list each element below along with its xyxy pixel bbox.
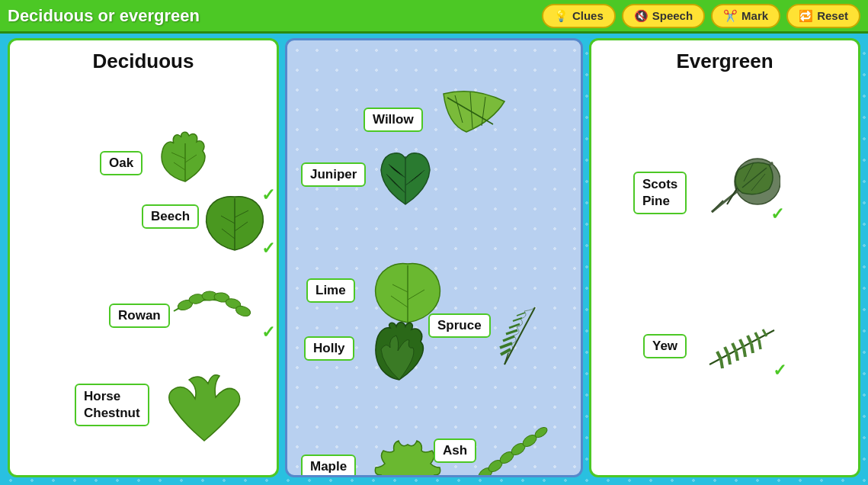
- svg-line-49: [717, 352, 721, 359]
- horse-chestnut-leaf: [159, 368, 250, 445]
- evergreen-panel: Evergreen ScotsPine ✓ Yew: [589, 38, 860, 477]
- svg-line-54: [755, 332, 759, 340]
- svg-line-51: [732, 343, 736, 352]
- svg-line-44: [712, 201, 723, 212]
- main-content: Deciduous Oak ✓ Beech ✓ Rowan: [8, 38, 860, 477]
- spruce-leaf: [489, 300, 550, 368]
- juniper-label[interactable]: Juniper: [301, 162, 366, 187]
- evergreen-title: Evergreen: [591, 40, 858, 77]
- horse-chestnut-label[interactable]: HorseChestnut: [75, 384, 149, 426]
- middle-panel: Willow Juniper Lime: [285, 38, 583, 477]
- svg-line-53: [748, 336, 751, 344]
- oak-label[interactable]: Oak: [100, 151, 143, 175]
- mark-icon: ✂️: [723, 9, 738, 23]
- toolbar: 💡 Clues 🔇 Speech ✂️ Mark 🔁 Reset: [542, 4, 860, 28]
- deciduous-panel: Deciduous Oak ✓ Beech ✓ Rowan: [8, 38, 279, 477]
- willow-leaf: [436, 86, 512, 147]
- yew-leaf: [706, 315, 778, 376]
- maple-label[interactable]: Maple: [301, 454, 356, 477]
- speech-icon: 🔇: [634, 9, 649, 23]
- oak-leaf: [155, 128, 216, 189]
- svg-line-57: [729, 355, 730, 365]
- juniper-leaf: [375, 147, 436, 208]
- scots-pine-label[interactable]: ScotsPine: [633, 172, 687, 214]
- ash-leaf: [469, 414, 553, 477]
- spruce-label[interactable]: Spruce: [428, 313, 491, 338]
- svg-line-28: [500, 343, 512, 348]
- reset-icon: 🔁: [799, 9, 813, 23]
- svg-line-59: [744, 348, 745, 357]
- speech-button[interactable]: 🔇 Speech: [622, 4, 705, 28]
- svg-line-27: [501, 349, 511, 355]
- holly-label[interactable]: Holly: [304, 336, 354, 361]
- yew-checkmark: ✓: [773, 361, 786, 381]
- rowan-leaf: [170, 281, 254, 342]
- rowan-label[interactable]: Rowan: [109, 304, 170, 328]
- reset-button[interactable]: 🔁 Reset: [786, 4, 860, 28]
- holly-leaf: [367, 319, 432, 384]
- svg-line-29: [503, 336, 514, 341]
- svg-line-32: [513, 318, 522, 321]
- svg-line-61: [759, 340, 761, 349]
- svg-line-31: [509, 324, 520, 328]
- svg-line-60: [751, 344, 753, 353]
- scots-pine-checkmark: ✓: [770, 204, 784, 224]
- page-title: Deciduous or evergreen: [8, 6, 200, 26]
- scots-pine-leaf: [704, 151, 780, 220]
- yew-label[interactable]: Yew: [643, 334, 687, 358]
- beech-leaf: [200, 189, 269, 258]
- clues-icon: 💡: [554, 9, 569, 23]
- rowan-checkmark: ✓: [261, 323, 275, 342]
- svg-line-33: [517, 313, 525, 316]
- deciduous-title: Deciduous: [10, 40, 277, 77]
- beech-label[interactable]: Beech: [142, 204, 199, 229]
- lime-label[interactable]: Lime: [306, 278, 355, 303]
- svg-line-58: [736, 352, 738, 361]
- svg-line-48: [709, 330, 774, 365]
- beech-checkmark: ✓: [261, 239, 275, 259]
- svg-line-52: [740, 339, 744, 348]
- svg-line-30: [506, 330, 517, 334]
- mark-button[interactable]: ✂️ Mark: [711, 4, 780, 28]
- app-header: Deciduous or evergreen 💡 Clues 🔇 Speech …: [0, 0, 868, 34]
- willow-label[interactable]: Willow: [364, 108, 423, 132]
- clues-button[interactable]: 💡 Clues: [542, 4, 616, 28]
- svg-line-25: [504, 307, 535, 365]
- svg-line-56: [721, 359, 722, 368]
- svg-line-50: [725, 347, 729, 355]
